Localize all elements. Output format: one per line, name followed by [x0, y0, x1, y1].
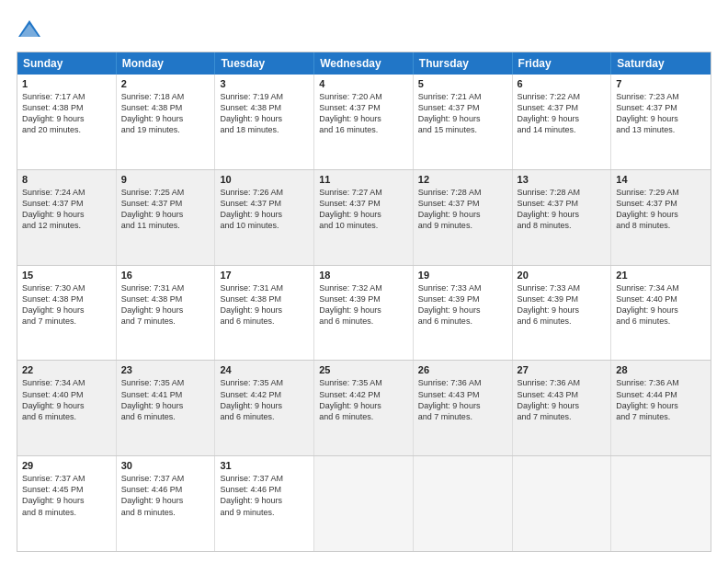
calendar-week-3: 15Sunrise: 7:30 AMSunset: 4:38 PMDayligh…: [17, 265, 711, 361]
calendar-cell: 3Sunrise: 7:19 AMSunset: 4:38 PMDaylight…: [215, 75, 314, 169]
day-number: 15: [22, 270, 111, 281]
day-number: 12: [418, 174, 507, 185]
cell-info: Sunrise: 7:26 AMSunset: 4:37 PMDaylight:…: [220, 187, 309, 232]
header-cell-saturday: Saturday: [611, 52, 711, 75]
calendar-cell: 9Sunrise: 7:25 AMSunset: 4:37 PMDaylight…: [117, 170, 216, 265]
calendar-body: 1Sunrise: 7:17 AMSunset: 4:38 PMDaylight…: [17, 75, 711, 551]
calendar-cell: [414, 456, 513, 551]
day-number: 28: [616, 364, 706, 375]
day-number: 11: [319, 174, 408, 185]
calendar-cell: 7Sunrise: 7:23 AMSunset: 4:37 PMDaylight…: [611, 75, 711, 169]
cell-info: Sunrise: 7:34 AMSunset: 4:40 PMDaylight:…: [22, 377, 111, 422]
calendar: SundayMondayTuesdayWednesdayThursdayFrid…: [17, 52, 711, 552]
cell-info: Sunrise: 7:32 AMSunset: 4:39 PMDaylight:…: [319, 282, 408, 327]
cell-info: Sunrise: 7:35 AMSunset: 4:42 PMDaylight:…: [319, 377, 408, 422]
day-number: 5: [418, 78, 507, 89]
calendar-cell: 4Sunrise: 7:20 AMSunset: 4:37 PMDaylight…: [314, 75, 414, 169]
day-number: 16: [121, 270, 210, 281]
header-cell-tuesday: Tuesday: [215, 52, 314, 75]
day-number: 2: [121, 78, 210, 89]
calendar-cell: 27Sunrise: 7:36 AMSunset: 4:43 PMDayligh…: [513, 361, 612, 455]
calendar-cell: 2Sunrise: 7:18 AMSunset: 4:38 PMDaylight…: [117, 75, 216, 169]
calendar-cell: 6Sunrise: 7:22 AMSunset: 4:37 PMDaylight…: [513, 75, 612, 169]
header: [17, 17, 711, 42]
calendar-cell: 12Sunrise: 7:28 AMSunset: 4:37 PMDayligh…: [414, 170, 513, 265]
calendar-cell: 10Sunrise: 7:26 AMSunset: 4:37 PMDayligh…: [215, 170, 314, 265]
day-number: 24: [220, 364, 309, 375]
calendar-cell: 23Sunrise: 7:35 AMSunset: 4:41 PMDayligh…: [117, 361, 216, 455]
day-number: 3: [220, 78, 309, 89]
cell-info: Sunrise: 7:34 AMSunset: 4:40 PMDaylight:…: [616, 282, 706, 327]
header-cell-monday: Monday: [117, 52, 216, 75]
header-cell-sunday: Sunday: [17, 52, 117, 75]
calendar-week-5: 29Sunrise: 7:37 AMSunset: 4:45 PMDayligh…: [17, 455, 711, 551]
calendar-cell: 21Sunrise: 7:34 AMSunset: 4:40 PMDayligh…: [611, 266, 711, 361]
calendar-cell: 16Sunrise: 7:31 AMSunset: 4:38 PMDayligh…: [117, 266, 216, 361]
day-number: 18: [319, 270, 408, 281]
cell-info: Sunrise: 7:19 AMSunset: 4:38 PMDaylight:…: [220, 91, 309, 136]
day-number: 19: [418, 270, 507, 281]
day-number: 31: [220, 460, 309, 471]
cell-info: Sunrise: 7:24 AMSunset: 4:37 PMDaylight:…: [22, 187, 111, 232]
cell-info: Sunrise: 7:21 AMSunset: 4:37 PMDaylight:…: [418, 91, 507, 136]
cell-info: Sunrise: 7:37 AMSunset: 4:45 PMDaylight:…: [22, 473, 111, 518]
calendar-cell: 13Sunrise: 7:28 AMSunset: 4:37 PMDayligh…: [513, 170, 612, 265]
calendar-cell: 5Sunrise: 7:21 AMSunset: 4:37 PMDaylight…: [414, 75, 513, 169]
cell-info: Sunrise: 7:25 AMSunset: 4:37 PMDaylight:…: [121, 187, 210, 232]
day-number: 21: [616, 270, 706, 281]
cell-info: Sunrise: 7:36 AMSunset: 4:43 PMDaylight:…: [518, 377, 607, 422]
calendar-cell: 11Sunrise: 7:27 AMSunset: 4:37 PMDayligh…: [314, 170, 414, 265]
day-number: 8: [22, 174, 111, 185]
cell-info: Sunrise: 7:28 AMSunset: 4:37 PMDaylight:…: [518, 187, 607, 232]
cell-info: Sunrise: 7:27 AMSunset: 4:37 PMDaylight:…: [319, 187, 408, 232]
calendar-cell: 19Sunrise: 7:33 AMSunset: 4:39 PMDayligh…: [414, 266, 513, 361]
day-number: 9: [121, 174, 210, 185]
cell-info: Sunrise: 7:18 AMSunset: 4:38 PMDaylight:…: [121, 91, 210, 136]
calendar-cell: 22Sunrise: 7:34 AMSunset: 4:40 PMDayligh…: [17, 361, 117, 455]
cell-info: Sunrise: 7:33 AMSunset: 4:39 PMDaylight:…: [418, 282, 507, 327]
calendar-cell: [314, 456, 414, 551]
cell-info: Sunrise: 7:22 AMSunset: 4:37 PMDaylight:…: [518, 91, 607, 136]
calendar-cell: 18Sunrise: 7:32 AMSunset: 4:39 PMDayligh…: [314, 266, 414, 361]
day-number: 20: [518, 270, 607, 281]
calendar-cell: 20Sunrise: 7:33 AMSunset: 4:39 PMDayligh…: [513, 266, 612, 361]
cell-info: Sunrise: 7:17 AMSunset: 4:38 PMDaylight:…: [22, 91, 111, 136]
calendar-week-1: 1Sunrise: 7:17 AMSunset: 4:38 PMDaylight…: [17, 75, 711, 169]
logo: [17, 17, 46, 42]
header-cell-friday: Friday: [513, 52, 612, 75]
calendar-cell: 15Sunrise: 7:30 AMSunset: 4:38 PMDayligh…: [17, 266, 117, 361]
day-number: 4: [319, 78, 408, 89]
day-number: 6: [518, 78, 607, 89]
calendar-cell: 25Sunrise: 7:35 AMSunset: 4:42 PMDayligh…: [314, 361, 414, 455]
header-cell-wednesday: Wednesday: [314, 52, 414, 75]
day-number: 1: [22, 78, 111, 89]
calendar-week-4: 22Sunrise: 7:34 AMSunset: 4:40 PMDayligh…: [17, 360, 711, 455]
calendar-cell: 17Sunrise: 7:31 AMSunset: 4:38 PMDayligh…: [215, 266, 314, 361]
day-number: 7: [616, 78, 706, 89]
day-number: 23: [121, 364, 210, 375]
day-number: 17: [220, 270, 309, 281]
logo-icon: [17, 17, 42, 42]
day-number: 29: [22, 460, 111, 471]
cell-info: Sunrise: 7:35 AMSunset: 4:42 PMDaylight:…: [220, 377, 309, 422]
calendar-cell: 29Sunrise: 7:37 AMSunset: 4:45 PMDayligh…: [17, 456, 117, 551]
cell-info: Sunrise: 7:37 AMSunset: 4:46 PMDaylight:…: [121, 473, 210, 518]
day-number: 30: [121, 460, 210, 471]
day-number: 14: [616, 174, 706, 185]
cell-info: Sunrise: 7:31 AMSunset: 4:38 PMDaylight:…: [220, 282, 309, 327]
cell-info: Sunrise: 7:33 AMSunset: 4:39 PMDaylight:…: [518, 282, 607, 327]
cell-info: Sunrise: 7:35 AMSunset: 4:41 PMDaylight:…: [121, 377, 210, 422]
page: SundayMondayTuesdayWednesdayThursdayFrid…: [0, 0, 728, 563]
cell-info: Sunrise: 7:31 AMSunset: 4:38 PMDaylight:…: [121, 282, 210, 327]
cell-info: Sunrise: 7:36 AMSunset: 4:44 PMDaylight:…: [616, 377, 706, 422]
cell-info: Sunrise: 7:23 AMSunset: 4:37 PMDaylight:…: [616, 91, 706, 136]
day-number: 25: [319, 364, 408, 375]
day-number: 27: [518, 364, 607, 375]
cell-info: Sunrise: 7:20 AMSunset: 4:37 PMDaylight:…: [319, 91, 408, 136]
calendar-header-row: SundayMondayTuesdayWednesdayThursdayFrid…: [17, 52, 711, 75]
cell-info: Sunrise: 7:37 AMSunset: 4:46 PMDaylight:…: [220, 473, 309, 518]
calendar-cell: 8Sunrise: 7:24 AMSunset: 4:37 PMDaylight…: [17, 170, 117, 265]
calendar-cell: 1Sunrise: 7:17 AMSunset: 4:38 PMDaylight…: [17, 75, 117, 169]
calendar-cell: 14Sunrise: 7:29 AMSunset: 4:37 PMDayligh…: [611, 170, 711, 265]
header-cell-thursday: Thursday: [414, 52, 513, 75]
